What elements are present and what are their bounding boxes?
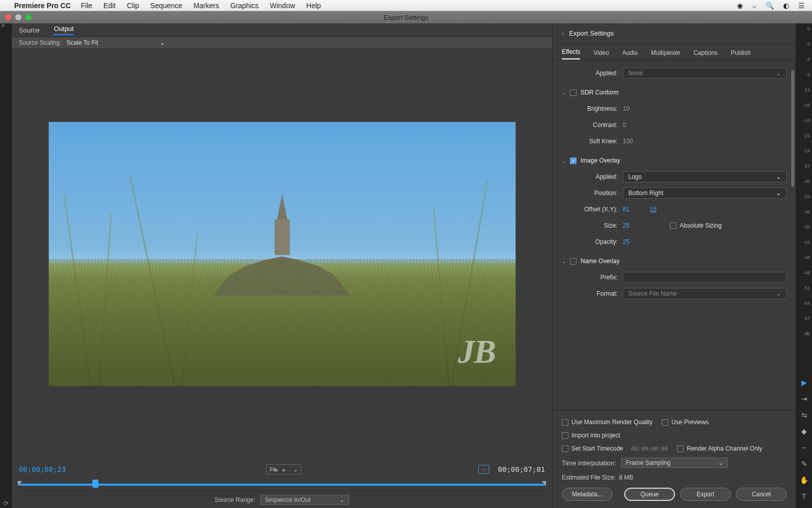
absolute-sizing-label: Absolute Sizing — [680, 222, 722, 229]
cancel-button[interactable]: Cancel — [736, 488, 787, 501]
use-previews-checkbox[interactable] — [662, 419, 668, 426]
brightness-value[interactable]: 10 — [623, 105, 629, 112]
max-render-quality-checkbox[interactable] — [562, 419, 568, 426]
overlay-size-value[interactable]: 25 — [623, 222, 629, 229]
section-name-overlay[interactable]: ⌄ Name Overlay — [562, 253, 787, 269]
preview-panel: Source Output Source Scaling: Scale To F… — [12, 23, 552, 508]
tab-captions[interactable]: Captions — [694, 49, 718, 59]
minimize-window-button[interactable] — [15, 14, 21, 20]
timecode-in[interactable]: 00;00;00;23 — [19, 465, 66, 473]
menu-sequence[interactable]: Sequence — [150, 2, 182, 10]
render-alpha-checkbox[interactable] — [677, 446, 684, 452]
export-settings-panel: › Export Settings Effects Video Audio Mu… — [552, 23, 796, 508]
chevron-down-icon: ⌄ — [776, 290, 781, 297]
video-preview[interactable]: JB — [49, 122, 516, 386]
section-sdr-conform[interactable]: ⌄ SDR Conform — [562, 84, 787, 101]
format-label: Format: — [562, 290, 623, 297]
sdr-conform-checkbox[interactable] — [570, 89, 577, 96]
menu-window[interactable]: Window — [270, 2, 295, 10]
tab-output[interactable]: Output — [54, 25, 74, 35]
overlay-opacity-value[interactable]: 25 — [623, 238, 629, 245]
softknee-value[interactable]: 100 — [623, 138, 633, 145]
menu-clip[interactable]: Clip — [127, 2, 139, 10]
overlay-applied-label: Applied: — [562, 173, 623, 180]
tab-publish[interactable]: Publish — [731, 49, 751, 59]
menu-markers[interactable]: Markers — [193, 2, 219, 10]
export-button[interactable]: Export — [680, 488, 731, 501]
set-start-tc-checkbox[interactable] — [562, 446, 568, 452]
overlay-position-select[interactable]: Bottom Right⌄ — [623, 187, 787, 199]
zoom-fit-select[interactable]: Fit⌄ — [266, 464, 301, 474]
time-interpolation-select[interactable]: Frame Sampling⌄ — [621, 458, 728, 468]
section-image-overlay[interactable]: ⌄ ✓ Image Overlay — [562, 152, 787, 169]
export-settings-header[interactable]: › Export Settings — [553, 23, 796, 44]
tab-multiplexer[interactable]: Multiplexer — [651, 49, 681, 59]
app-name[interactable]: Premiere Pro CC — [14, 2, 71, 10]
render-alpha-label: Render Alpha Channel Only — [687, 445, 762, 452]
menu-file[interactable]: File — [81, 2, 92, 10]
effects-settings-scroll[interactable]: Applied: None⌄ ⌄ SDR Conform Brightness:… — [553, 60, 796, 410]
tab-effects[interactable]: Effects — [562, 48, 580, 59]
overlay-applied-select[interactable]: Logo⌄ — [623, 171, 787, 182]
scrollbar[interactable] — [791, 70, 794, 187]
type-tool-icon[interactable]: T — [800, 492, 809, 501]
prefix-input[interactable] — [623, 272, 787, 283]
format-select[interactable]: Source File Name⌄ — [623, 288, 787, 299]
name-overlay-checkbox[interactable] — [570, 258, 577, 265]
export-footer: Use Maximum Render Quality Use Previews … — [553, 410, 796, 508]
import-project-checkbox[interactable] — [562, 432, 568, 439]
overlay-size-label: Size: — [562, 222, 623, 229]
tab-video[interactable]: Video — [593, 49, 608, 59]
cc-icon[interactable]: ◉ — [737, 2, 743, 10]
lumetri-applied-select[interactable]: None⌄ — [623, 68, 787, 79]
prefix-label: Prefix: — [562, 274, 623, 281]
source-range-label: Source Range: — [215, 496, 255, 503]
time-interpolation-label: Time Interpolation: — [562, 459, 616, 467]
overlay-offset-y[interactable]: 15 — [650, 206, 656, 213]
maximize-window-button[interactable] — [25, 14, 31, 20]
close-window-button[interactable] — [5, 14, 11, 20]
start-tc-value[interactable]: 00:00:00:00 — [631, 446, 668, 452]
track-select-tool-icon[interactable]: ⇥ — [800, 394, 809, 403]
queue-button[interactable]: Queue — [624, 488, 675, 501]
ripple-tool-icon[interactable]: ⇆ — [800, 410, 809, 420]
slip-tool-icon[interactable]: ↔ — [800, 443, 809, 452]
scaling-select[interactable]: Scale To Fit⌄ — [66, 39, 168, 46]
contrast-value[interactable]: 0 — [623, 121, 626, 129]
overlay-offset-x[interactable]: 81 — [623, 206, 629, 213]
menu-help[interactable]: Help — [307, 2, 321, 10]
max-render-quality-label: Use Maximum Render Quality — [571, 419, 653, 426]
tool-palette: ▶ ⇥ ⇆ ◆ ↔ ✎ ✋ T — [800, 373, 809, 508]
menu-icon[interactable]: ☰ — [798, 2, 805, 10]
chevron-down-icon: ⌄ — [776, 70, 781, 77]
sync-icon[interactable]: ⟳ — [0, 499, 12, 508]
tab-source[interactable]: Source — [19, 26, 40, 34]
playhead[interactable] — [92, 480, 98, 488]
aspect-crop-button[interactable]: ▭ — [478, 465, 489, 474]
metadata-button[interactable]: Metadata... — [562, 488, 613, 501]
menu-edit[interactable]: Edit — [104, 2, 116, 10]
out-point-handle[interactable] — [542, 481, 546, 486]
overlay-watermark: JB — [458, 332, 495, 371]
est-filesize-label: Estimated File Size: — [562, 474, 616, 481]
siri-icon[interactable]: ◐ — [783, 2, 789, 10]
pen-tool-icon[interactable]: ✎ — [800, 459, 809, 468]
search-icon[interactable]: 🔍 — [765, 2, 774, 10]
right-gutter: 0 -3 -6 -9 -12 -15 -18 -21 -24 -27 -30 -… — [796, 23, 812, 508]
chevron-down-icon: ⌄ — [562, 259, 566, 264]
contrast-label: Contrast: — [562, 121, 623, 129]
set-start-tc-label: Set Start Timecode — [571, 445, 623, 452]
menu-graphics[interactable]: Graphics — [230, 2, 259, 10]
image-overlay-checkbox[interactable]: ✓ — [570, 157, 577, 164]
tab-audio[interactable]: Audio — [622, 49, 638, 59]
overlay-opacity-label: Opacity: — [562, 238, 623, 245]
timeline-scrubber[interactable] — [19, 480, 545, 489]
hand-tool-icon[interactable]: ✋ — [800, 475, 809, 485]
selection-tool-icon[interactable]: ▶ — [800, 378, 809, 387]
absolute-sizing-checkbox[interactable] — [670, 223, 676, 229]
wifi-icon[interactable]: ⌵ — [752, 2, 756, 10]
chevron-down-icon: ⌄ — [562, 90, 566, 96]
razor-tool-icon[interactable]: ◆ — [800, 427, 809, 436]
brightness-label: Brightness: — [562, 105, 623, 112]
source-range-select[interactable]: Sequence In/Out⌄ — [260, 495, 349, 505]
